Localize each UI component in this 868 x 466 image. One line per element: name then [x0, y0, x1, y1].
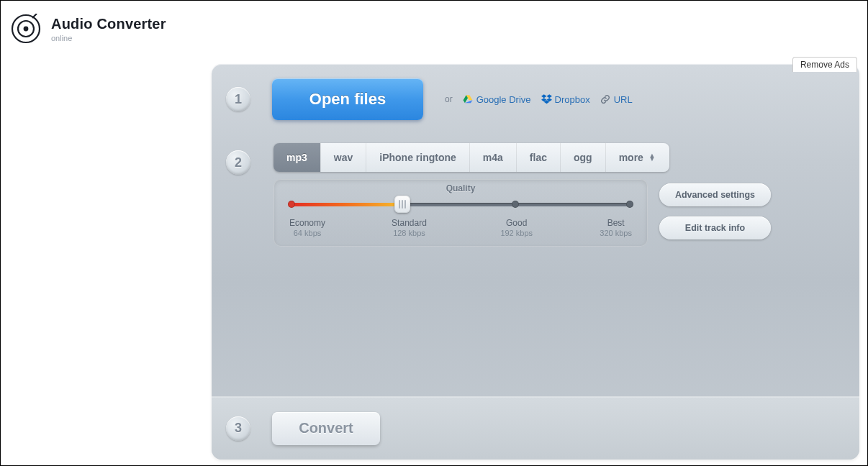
google-drive-link[interactable]: Google Drive [463, 94, 531, 105]
dropbox-label: Dropbox [555, 94, 590, 105]
tab-flac[interactable]: flac [516, 143, 560, 172]
step-1-row: 1 Open files or Google Drive Dropbox UR [212, 73, 859, 126]
link-icon [600, 94, 610, 104]
google-drive-icon [463, 94, 473, 104]
slider-tick-economy [288, 201, 295, 208]
main-panel: 1 Open files or Google Drive Dropbox UR [212, 64, 859, 460]
svg-marker-7 [541, 94, 547, 98]
side-buttons: Advanced settings Edit track info [659, 183, 771, 239]
url-link[interactable]: URL [600, 94, 633, 105]
step-3-badge: 3 [226, 416, 250, 441]
edit-track-info-button[interactable]: Edit track info [659, 216, 771, 239]
tab-m4a[interactable]: m4a [469, 143, 516, 172]
tab-iphone-ringtone[interactable]: iPhone ringtone [366, 143, 469, 172]
slider-tick-best [626, 201, 633, 208]
convert-button[interactable]: Convert [272, 412, 380, 445]
slider-tick-good [512, 201, 519, 208]
quality-slider[interactable] [289, 198, 632, 211]
step-1-badge: 1 [226, 87, 250, 111]
url-label: URL [614, 94, 633, 105]
advanced-settings-button[interactable]: Advanced settings [659, 183, 771, 206]
source-links: or Google Drive Dropbox URL [445, 94, 633, 105]
app-subtitle: online [51, 34, 166, 42]
svg-marker-8 [546, 94, 552, 98]
tab-more-label: more [619, 152, 643, 163]
step-3-row: 3 Convert [212, 396, 859, 460]
dropbox-link[interactable]: Dropbox [541, 94, 590, 105]
remove-ads-button[interactable]: Remove Ads [792, 57, 857, 72]
quality-labels: Economy 64 kbps Standard 128 kbps Good 1… [289, 218, 632, 238]
tab-more[interactable]: more ▲▼ [605, 143, 669, 172]
brand-header: Audio Converter online [11, 14, 166, 44]
format-tabs: mp3 wav iPhone ringtone m4a flac ogg mor… [273, 143, 669, 172]
app-title: Audio Converter [51, 16, 166, 32]
tab-wav[interactable]: wav [320, 143, 366, 172]
open-files-button[interactable]: Open files [272, 78, 423, 120]
up-down-icon: ▲▼ [648, 154, 656, 161]
quality-title: Quality [289, 183, 632, 193]
quality-economy: Economy 64 kbps [289, 218, 325, 238]
tab-ogg[interactable]: ogg [560, 143, 605, 172]
logo-icon [11, 14, 41, 44]
quality-best: Best 320 kbps [600, 218, 632, 238]
svg-point-2 [24, 27, 29, 32]
dropbox-icon [541, 94, 551, 104]
slider-track-fill [289, 203, 406, 206]
google-drive-label: Google Drive [476, 94, 531, 105]
quality-box: Quality Economy 64 kbps Standard 128 kbp… [273, 179, 648, 247]
step-2-badge: 2 [226, 150, 250, 175]
or-text: or [445, 94, 453, 104]
tab-mp3[interactable]: mp3 [273, 143, 320, 172]
quality-standard: Standard 128 kbps [392, 218, 427, 238]
quality-good: Good 192 kbps [500, 218, 533, 238]
slider-thumb[interactable] [394, 196, 410, 213]
